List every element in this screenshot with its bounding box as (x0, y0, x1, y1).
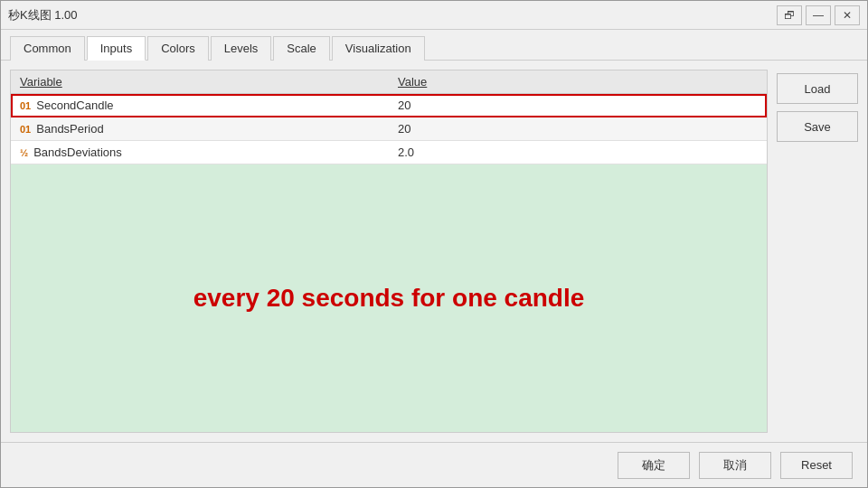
side-buttons: Load Save (777, 70, 858, 433)
table-rows: 01 SecondCandle 20 01 BandsPeriod 20 (11, 94, 767, 164)
tab-scale[interactable]: Scale (273, 36, 330, 61)
value-cell[interactable]: 2.0 (389, 141, 767, 164)
variable-name: SecondCandle (36, 99, 113, 112)
window-title: 秒K线图 1.00 (8, 7, 78, 23)
tab-bar: Common Inputs Colors Levels Scale Visual… (1, 30, 867, 61)
variable-name: BandsDeviations (33, 145, 122, 159)
variable-cell: 01 BandsPeriod (11, 117, 389, 140)
variable-value: 20 (398, 99, 410, 112)
title-bar: 秒K线图 1.00 🗗 — ✕ (1, 1, 867, 30)
variable-cell: 01 SecondCandle (11, 94, 389, 117)
main-window: 秒K线图 1.00 🗗 — ✕ Common Inputs Colors Lev… (0, 0, 868, 488)
tab-common-label: Common (24, 42, 71, 55)
bottom-bar: 确定 取消 Reset (1, 442, 867, 487)
tab-inputs-label: Inputs (100, 42, 132, 55)
close-icon: ✕ (843, 9, 852, 22)
value-header: Value (389, 70, 767, 93)
main-content: Variable Value 01 SecondCandle 20 (1, 61, 867, 442)
tab-visualization-label: Visualization (345, 42, 411, 55)
tab-common[interactable]: Common (10, 36, 85, 61)
value-cell[interactable]: 20 (389, 117, 767, 140)
confirm-button[interactable]: 确定 (618, 452, 690, 479)
cancel-button[interactable]: 取消 (699, 452, 771, 479)
reset-button[interactable]: Reset (780, 452, 853, 479)
tab-levels[interactable]: Levels (211, 36, 272, 61)
save-button[interactable]: Save (777, 111, 858, 142)
close-button[interactable]: ✕ (835, 5, 860, 25)
tab-scale-label: Scale (287, 42, 316, 55)
variable-header: Variable (11, 70, 389, 93)
restore-icon: 🗗 (784, 9, 795, 22)
variable-value: 20 (398, 122, 410, 136)
variable-value: 2.0 (398, 145, 414, 159)
tab-inputs[interactable]: Inputs (87, 36, 146, 61)
title-bar-left: 秒K线图 1.00 (8, 7, 78, 23)
load-button[interactable]: Load (777, 73, 858, 104)
tab-levels-label: Levels (224, 42, 259, 55)
table-row[interactable]: 01 BandsPeriod 20 (11, 117, 767, 141)
preview-area: every 20 seconds for one candle (11, 164, 767, 432)
preview-text: every 20 seconds for one candle (193, 284, 585, 313)
variable-name: BandsPeriod (36, 122, 103, 136)
type-icon: 01 (20, 124, 31, 135)
table-row[interactable]: 01 SecondCandle 20 (11, 94, 767, 117)
tab-colors-label: Colors (161, 42, 195, 55)
minimize-icon: — (813, 9, 824, 22)
type-icon: 01 (20, 100, 31, 111)
parameter-table: Variable Value 01 SecondCandle 20 (10, 70, 768, 433)
restore-button[interactable]: 🗗 (777, 5, 802, 25)
table-row[interactable]: ½ BandsDeviations 2.0 (11, 141, 767, 164)
variable-cell: ½ BandsDeviations (11, 141, 389, 164)
tab-colors[interactable]: Colors (147, 36, 209, 61)
table-header: Variable Value (11, 70, 767, 94)
minimize-button[interactable]: — (806, 5, 831, 25)
value-cell[interactable]: 20 (389, 94, 767, 117)
tab-visualization[interactable]: Visualization (332, 36, 425, 61)
type-icon: ½ (20, 147, 28, 158)
title-bar-controls: 🗗 — ✕ (777, 5, 860, 25)
